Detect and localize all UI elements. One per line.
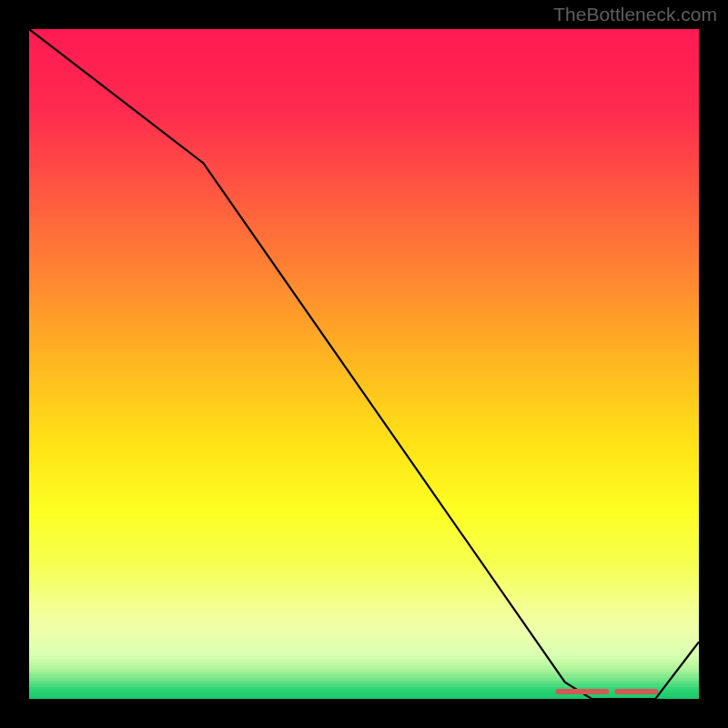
gradient-band	[29, 696, 699, 699]
plot-area	[29, 29, 699, 699]
chart-frame: TheBottleneck.com	[0, 0, 728, 728]
watermark-text: TheBottleneck.com	[553, 4, 717, 25]
